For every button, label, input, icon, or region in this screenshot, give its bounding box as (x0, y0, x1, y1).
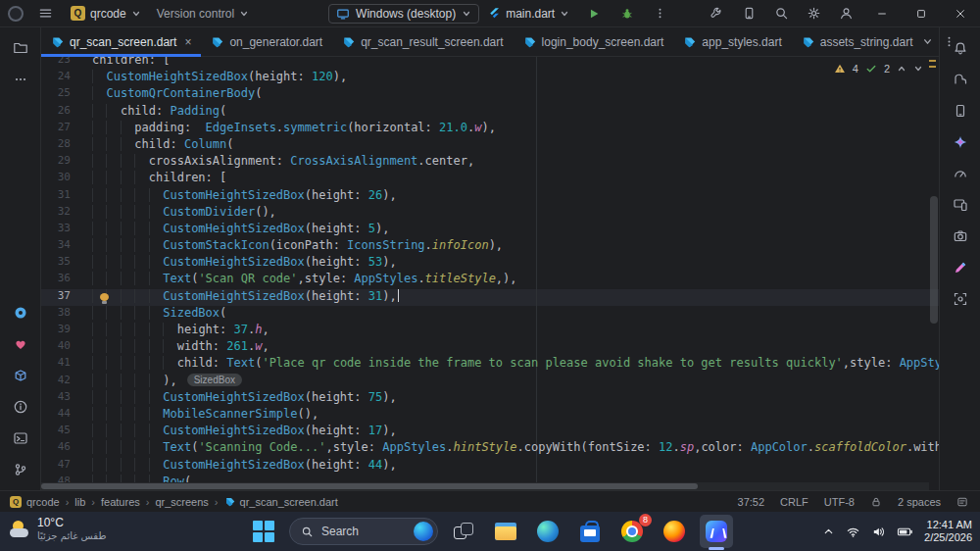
line-number[interactable]: 31 (41, 188, 84, 205)
line-separator[interactable]: CRLF (780, 496, 808, 508)
code-text[interactable]: child: Column( (84, 137, 234, 154)
tab-close-icon[interactable]: × (184, 35, 191, 49)
line-number[interactable]: 35 (41, 255, 84, 272)
code-text[interactable]: crossAxisAlignment: CrossAxisAlignment.c… (84, 154, 474, 171)
code-text[interactable]: Text('Scanning Code...',style: AppStyles… (84, 440, 939, 457)
line-number[interactable]: 42 (41, 374, 84, 390)
line-number[interactable]: 47 (41, 458, 84, 475)
tab-qr_scan_screen.dart[interactable]: qr_scan_screen.dart× (41, 27, 201, 56)
file-encoding[interactable]: UTF-8 (824, 496, 855, 508)
code-line-40[interactable]: 40 width: 261.w, (41, 339, 939, 356)
line-number[interactable]: 38 (41, 306, 84, 323)
gemini-icon[interactable] (948, 129, 973, 155)
code-line-24[interactable]: 24 CustomHeightSizedBox(height: 120), (41, 70, 939, 86)
debug-button[interactable] (612, 3, 643, 25)
taskbar-clock[interactable]: 12:41 AM 2/25/2026 (924, 519, 972, 544)
line-number[interactable]: 40 (41, 339, 84, 356)
breadcrumb-item[interactable]: qr_screens (155, 496, 208, 508)
device-selector[interactable]: Windows (desktop) (328, 4, 479, 24)
profile-icon[interactable] (830, 2, 862, 25)
tab-app_styles.dart[interactable]: app_styles.dart (673, 27, 791, 56)
line-number[interactable]: 33 (41, 222, 84, 238)
assistant-icon[interactable] (948, 255, 973, 280)
task-view-button[interactable] (447, 515, 480, 548)
gradle-icon[interactable] (948, 67, 973, 92)
code-line-43[interactable]: 43 CustomHeightSizedBox(height: 75), (41, 390, 939, 407)
running-devices-icon[interactable] (948, 192, 973, 218)
horizontal-scrollbar-thumb[interactable] (41, 483, 698, 489)
search-everywhere-icon[interactable] (765, 2, 798, 25)
breadcrumb-item[interactable]: lib (74, 496, 85, 508)
code-line-35[interactable]: 35 CustomHeightSizedBox(height: 53), (41, 255, 939, 272)
battery-icon[interactable] (897, 525, 913, 539)
close-button[interactable] (941, 4, 980, 24)
settings-icon[interactable] (798, 2, 830, 25)
more-tool-windows-icon[interactable] (8, 67, 33, 92)
code-line-47[interactable]: 47 CustomHeightSizedBox(height: 44), (41, 458, 939, 475)
code-line-30[interactable]: 30 children: [ (41, 171, 939, 187)
code-text[interactable]: padding: EdgeInsets.symmetric(horizontal… (84, 121, 496, 137)
code-text[interactable]: CustomHeightSizedBox(height: 17), (84, 424, 397, 440)
code-line-32[interactable]: 32 CustomDivider(), (41, 205, 939, 222)
flutter-performance-icon[interactable] (8, 331, 33, 357)
code-line-33[interactable]: 33 CustomHeightSizedBox(height: 5), (41, 222, 939, 238)
code-line-25[interactable]: 25 CustomQrContainerBody( (41, 86, 939, 103)
dart-analysis-icon[interactable] (8, 300, 33, 326)
weather-widget[interactable]: 10°C طقس غائم جزئيًا (10, 516, 106, 543)
code-line-44[interactable]: 44 MobileScannerSimple(), (41, 407, 939, 424)
line-number[interactable]: 45 (41, 424, 84, 440)
code-text[interactable]: CustomHeightSizedBox(height: 53), (84, 255, 397, 272)
breadcrumb-item[interactable]: Qqrcode (10, 496, 60, 508)
tab-assets_string.dart[interactable]: assets_string.dart (792, 27, 923, 56)
line-number[interactable]: 41 (41, 356, 84, 373)
line-number[interactable]: 43 (41, 390, 84, 407)
terminal-icon[interactable] (8, 426, 33, 451)
minimize-button[interactable] (862, 4, 902, 24)
intention-bulb-icon[interactable] (100, 293, 109, 304)
vertical-scrollbar[interactable] (930, 196, 938, 324)
line-number[interactable]: 32 (41, 205, 84, 222)
line-number[interactable]: 25 (41, 86, 84, 103)
code-text[interactable]: SizedBox( (84, 306, 226, 323)
edge-button[interactable] (531, 515, 564, 548)
problems-icon[interactable] (8, 394, 33, 420)
microsoft-store-button[interactable] (573, 515, 607, 548)
wifi-icon[interactable] (846, 525, 860, 539)
chrome-button[interactable]: 8 (615, 515, 649, 548)
more-actions-icon[interactable] (645, 3, 675, 24)
line-number[interactable]: 34 (41, 238, 84, 255)
code-text[interactable]: MobileScannerSimple(), (84, 407, 318, 424)
breadcrumb-item[interactable]: qr_scan_screen.dart (224, 496, 338, 508)
code-text[interactable]: CustomHeightSizedBox(height: 75), (84, 390, 397, 407)
code-text[interactable]: height: 37.h, (84, 323, 270, 339)
tab-qr_scan_result_screen.dart[interactable]: qr_scan_result_screen.dart (332, 27, 513, 56)
vcs-widget[interactable]: Version control (150, 4, 256, 24)
code-line-29[interactable]: 29 crossAxisAlignment: CrossAxisAlignmen… (41, 154, 939, 171)
code-text[interactable]: ),SizedBox (84, 374, 242, 390)
breadcrumb-item[interactable]: features (101, 496, 140, 508)
code-line-23[interactable]: 23children: [ (41, 57, 939, 70)
start-button[interactable] (247, 515, 280, 548)
line-number[interactable]: 23 (41, 57, 84, 70)
line-number[interactable]: 24 (41, 70, 84, 86)
code-line-46[interactable]: 46 Text('Scanning Code...',style: AppSty… (41, 440, 939, 457)
pub-icon[interactable] (8, 363, 33, 388)
main-menu-icon[interactable] (29, 2, 62, 25)
code-line-41[interactable]: 41 child: Text('Place qr code inside the… (41, 356, 939, 373)
hidden-tabs-icon[interactable] (922, 36, 933, 47)
code-line-42[interactable]: 42 ),SizedBox (41, 374, 939, 390)
prev-issue-icon[interactable] (897, 64, 906, 74)
screenshot-icon[interactable] (948, 224, 973, 249)
run-configuration[interactable]: main.dart (481, 4, 576, 24)
line-number[interactable]: 27 (41, 121, 84, 137)
notifications-icon[interactable] (948, 35, 973, 61)
code-line-36[interactable]: 36 Text('Scan QR code',style: AppStyles.… (41, 272, 939, 288)
horizontal-scrollbar[interactable] (41, 482, 929, 490)
code-line-28[interactable]: 28 child: Column( (41, 137, 939, 154)
code-text[interactable]: children: [ (84, 57, 170, 70)
code-text[interactable]: width: 261.w, (84, 339, 270, 356)
line-number[interactable]: 37 (41, 289, 84, 306)
code-text[interactable]: children: [ (84, 171, 226, 187)
device-manager-icon[interactable] (948, 98, 973, 124)
line-number[interactable]: 44 (41, 407, 84, 424)
